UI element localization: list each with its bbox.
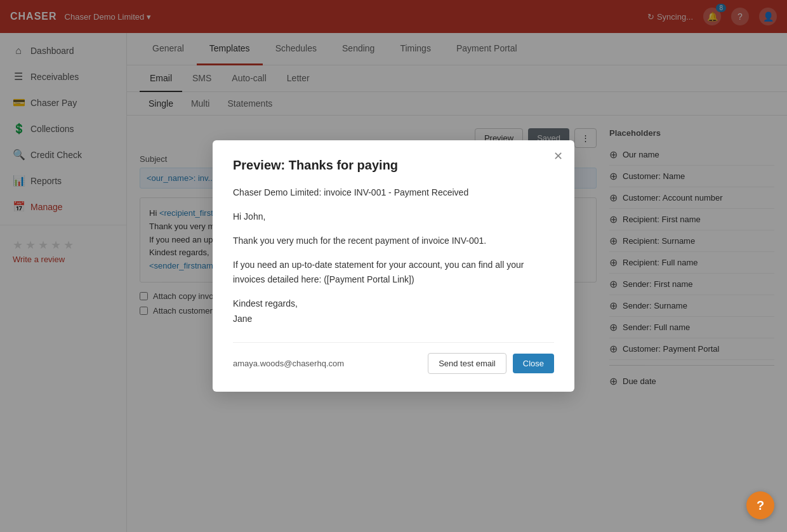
modal-body2: If you need an up-to-date statement for … [233,258,554,288]
close-modal-button[interactable]: Close [513,354,554,373]
modal-test-email-address: amaya.woods@chaserhq.com [233,359,344,368]
modal-email-subject: Chaser Demo Limited: invoice INV-001 - P… [233,185,554,201]
preview-modal: ✕ Preview: Thanks for paying Chaser Demo… [213,140,574,392]
modal-greeting: Hi John, [233,209,554,225]
modal-footer: amaya.woods@chaserhq.com Send test email… [233,342,554,374]
send-test-email-button[interactable]: Send test email [428,353,506,374]
modal-overlay[interactable]: ✕ Preview: Thanks for paying Chaser Demo… [0,0,787,532]
help-fab-button[interactable]: ? [746,491,774,519]
modal-title: Preview: Thanks for paying [233,158,554,173]
modal-close-button[interactable]: ✕ [553,149,563,163]
modal-closing: Kindest regards, Jane [233,296,554,327]
modal-body: Chaser Demo Limited: invoice INV-001 - P… [233,185,554,327]
modal-body1: Thank you very much for the recent payme… [233,234,554,249]
